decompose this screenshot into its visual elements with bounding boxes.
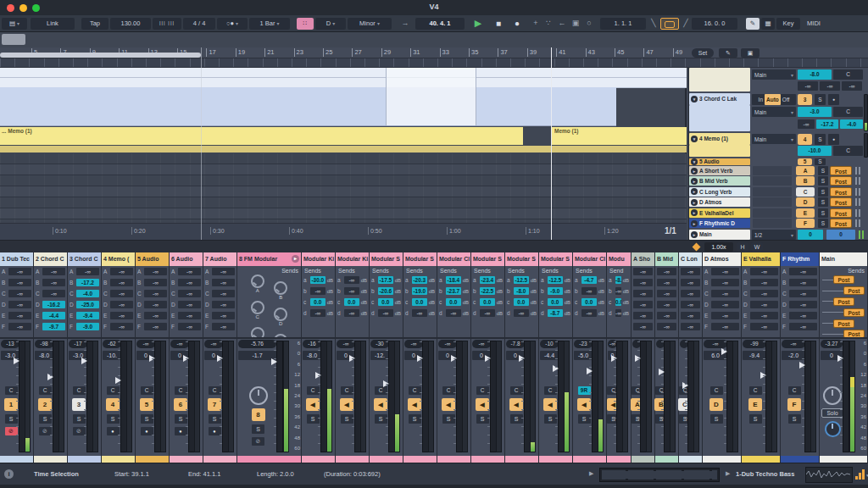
mixer-track-name[interactable]: 7 Audio (203, 252, 236, 266)
zoom-width-button[interactable]: W (751, 242, 763, 252)
session-record-icon[interactable]: ○ (583, 18, 595, 30)
send-value[interactable]: -∞ (178, 268, 201, 275)
send-value[interactable]: -∞ (711, 323, 739, 330)
send-value[interactable]: -∞ (750, 323, 778, 330)
unfold-icon[interactable]: ▸ (691, 220, 698, 227)
pan-control[interactable]: C (710, 386, 723, 395)
send-value[interactable]: -∞ (681, 268, 700, 275)
send-value[interactable]: -∞ (711, 312, 739, 319)
pan-display[interactable]: C (833, 146, 863, 156)
send-value[interactable]: -16.2 (42, 301, 65, 308)
return-activator[interactable]: A (796, 166, 815, 175)
fader-track[interactable] (276, 341, 283, 452)
arm-button[interactable]: ● (828, 94, 839, 105)
tempo-field[interactable]: 130.00 (110, 18, 151, 30)
main-track-header[interactable]: ▸Main (689, 230, 750, 240)
solo-button[interactable]: S (815, 94, 826, 105)
return-activator[interactable]: D (796, 197, 815, 207)
send-value[interactable]: -∞ (110, 312, 133, 319)
fader-handle[interactable] (183, 355, 189, 362)
loop-switch[interactable] (660, 18, 679, 30)
send-value[interactable]: -∞ (42, 290, 65, 297)
fader-handle[interactable] (315, 372, 321, 379)
send-value[interactable]: -9.7 (42, 323, 65, 330)
fader-handle[interactable] (837, 355, 843, 362)
send-value[interactable]: 0.0 (514, 298, 529, 306)
send-value[interactable]: -∞ (8, 301, 31, 308)
send-value[interactable]: -23.4 (480, 276, 495, 284)
send-value[interactable]: -∞ (657, 301, 676, 308)
send-value[interactable]: -∞ (178, 290, 201, 297)
beat-ruler[interactable] (0, 58, 868, 68)
send-value[interactable]: -∞ (310, 287, 326, 295)
fader-handle[interactable] (417, 355, 423, 362)
pre-post-toggle[interactable]: Post (830, 187, 852, 197)
mixer-track-name[interactable]: Modular Ki (302, 252, 335, 266)
solo-button[interactable]: S (818, 187, 828, 197)
send-value[interactable]: -∞ (633, 312, 653, 319)
pre-post-toggle[interactable]: Post (830, 166, 852, 175)
main-volume-display[interactable]: 0 (798, 230, 823, 240)
send-value[interactable]: -∞ (657, 268, 676, 275)
pre-post-toggle[interactable]: Post (830, 176, 852, 186)
volume-display[interactable]: -8.0 (798, 69, 832, 80)
zoom-level-display[interactable]: 1.00x (704, 242, 733, 252)
fader-handle[interactable] (47, 374, 53, 380)
pre-post-toggle[interactable]: Post (830, 197, 852, 207)
solo-button[interactable]: S (252, 424, 264, 434)
collapsed-lane[interactable] (0, 175, 687, 186)
fader-handle[interactable] (451, 355, 457, 362)
mixer-track-name[interactable]: Modu (607, 252, 631, 266)
send-value[interactable]: 0.0 (480, 298, 495, 306)
punch-in-icon[interactable]: ╲ (649, 18, 658, 30)
mixer-track-name[interactable]: B Mid (655, 252, 678, 266)
mixer-track-name[interactable]: Modular Ki (336, 252, 369, 266)
send-value[interactable]: -∞ (711, 268, 739, 275)
return-track-header[interactable]: ▸B Mid Verb (689, 176, 750, 186)
return-activator[interactable]: F (796, 219, 815, 228)
mixer-track-name[interactable]: Modular S (471, 252, 504, 266)
fader-handle[interactable] (149, 355, 155, 362)
track-activator[interactable]: 8 (252, 408, 265, 421)
set-locator-button[interactable]: Set (692, 48, 714, 58)
send-value[interactable]: -∞ (633, 279, 653, 286)
overdub-icon[interactable]: + (531, 18, 541, 30)
track-header-4[interactable]: ▾4 Memo (1) (689, 133, 750, 145)
send-value[interactable]: -∞ (681, 301, 700, 308)
send-value[interactable]: -∞ (750, 301, 778, 308)
fader-handle[interactable] (553, 365, 559, 372)
send-value[interactable]: -∞ (789, 312, 817, 319)
send-display[interactable]: -∞ (798, 81, 818, 91)
punch-out-icon[interactable]: ╱ (682, 18, 690, 30)
solo-button[interactable]: S (818, 219, 828, 228)
send-value[interactable]: -20.3 (412, 276, 427, 284)
send-value[interactable]: -4.7 (581, 276, 597, 284)
mixer-track-name[interactable]: Main (820, 252, 867, 266)
send-value[interactable]: -∞ (212, 323, 235, 330)
send-value[interactable]: -∞ (789, 323, 817, 330)
zoom-height-button[interactable]: H (737, 242, 748, 252)
pan-display[interactable]: C (833, 107, 863, 117)
collapsed-lane[interactable] (0, 208, 687, 219)
track-activator[interactable]: E (748, 398, 762, 411)
pan-control[interactable]: C (749, 386, 762, 395)
pan-knob[interactable] (823, 386, 842, 405)
send-value[interactable]: -∞ (310, 309, 326, 317)
send-value[interactable]: -∞ (581, 309, 597, 317)
track-activator[interactable]: F (787, 398, 801, 411)
track-activator[interactable]: 5 (798, 158, 812, 165)
scale-root-menu[interactable]: D▾ (315, 18, 346, 30)
send-value[interactable]: -∞ (681, 279, 700, 286)
overview-scrollbar[interactable] (599, 468, 720, 482)
send-value[interactable]: -∞ (581, 287, 597, 295)
send-value[interactable]: -∞ (8, 279, 31, 286)
send-value[interactable]: -4.4 (42, 312, 65, 319)
output-routing-menu[interactable]: Main▾ (752, 134, 796, 144)
collapsed-lane[interactable] (0, 186, 687, 197)
fader-handle[interactable] (611, 355, 617, 362)
unfold-icon[interactable]: ▸ (691, 168, 698, 175)
pre-post-toggle[interactable]: Post (843, 286, 865, 295)
solo-button[interactable]: S (818, 176, 828, 186)
send-knob[interactable]: A (246, 274, 270, 300)
send-value[interactable]: -9.0 (76, 323, 99, 330)
